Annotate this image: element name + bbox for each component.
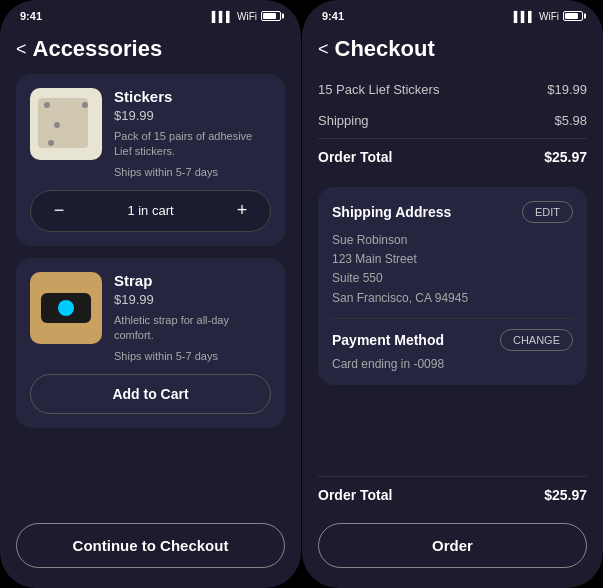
address-name: Sue Robinson: [332, 231, 573, 250]
edit-address-button[interactable]: EDIT: [522, 201, 573, 223]
checkout-title: Checkout: [335, 36, 435, 62]
accessories-content: Stickers $19.99 Pack of 15 pairs of adhe…: [0, 74, 301, 511]
shipping-address-title: Shipping Address: [332, 204, 451, 220]
qty-decrease-button[interactable]: −: [47, 199, 71, 223]
add-to-cart-button[interactable]: Add to Cart: [30, 374, 271, 414]
accessories-title: Accessories: [33, 36, 163, 62]
final-total-value: $25.97: [544, 487, 587, 503]
strap-description: Athletic strap for all-day comfort.: [114, 313, 271, 344]
strap-product-card: Strap $19.99 Athletic strap for all-day …: [16, 258, 285, 428]
payment-method-title: Payment Method: [332, 332, 444, 348]
change-payment-button[interactable]: CHANGE: [500, 329, 573, 351]
quantity-control: − 1 in cart +: [30, 190, 271, 232]
order-total-value: $25.97: [544, 149, 587, 165]
sticker-price: $19.99: [114, 108, 271, 123]
sticker-product-top: Stickers $19.99 Pack of 15 pairs of adhe…: [30, 88, 271, 178]
status-bar-right: 9:41 ▌▌▌ WiFi: [302, 0, 603, 28]
continue-to-checkout-button[interactable]: Continue to Checkout: [16, 523, 285, 568]
status-icons-left: ▌▌▌ WiFi: [212, 11, 281, 22]
strap-ships: Ships within 5-7 days: [114, 350, 271, 362]
signal-icon-right: ▌▌▌: [514, 11, 535, 22]
left-bottom-area: Continue to Checkout: [0, 511, 301, 588]
signal-icon: ▌▌▌: [212, 11, 233, 22]
checkout-bottom-area: Order Total $25.97 Order: [302, 468, 603, 588]
sticker-product-info: Stickers $19.99 Pack of 15 pairs of adhe…: [114, 88, 271, 178]
sticker-description: Pack of 15 pairs of adhesive Lief sticke…: [114, 129, 271, 160]
payment-section-header: Payment Method CHANGE: [332, 329, 573, 351]
qty-label: 1 in cart: [127, 203, 173, 218]
back-arrow-left[interactable]: <: [16, 39, 27, 60]
accessories-header: < Accessories: [0, 28, 301, 74]
left-phone: 9:41 ▌▌▌ WiFi < Accessories Stickers: [0, 0, 301, 588]
qty-increase-button[interactable]: +: [230, 199, 254, 223]
address-street: 123 Main Street: [332, 250, 573, 269]
address-suite: Suite 550: [332, 269, 573, 288]
back-arrow-right[interactable]: <: [318, 39, 329, 60]
order-total-label: Order Total: [318, 149, 392, 165]
shipping-label: Shipping: [318, 113, 369, 128]
address-city: San Francisco, CA 94945: [332, 289, 573, 308]
strap-product-info: Strap $19.99 Athletic strap for all-day …: [114, 272, 271, 362]
order-button[interactable]: Order: [318, 523, 587, 568]
battery-icon: [261, 11, 281, 21]
status-icons-right: ▌▌▌ WiFi: [514, 11, 583, 22]
right-phone: 9:41 ▌▌▌ WiFi < Checkout 15 Pack Lief St…: [302, 0, 603, 588]
sticker-name: Stickers: [114, 88, 271, 105]
final-total-label: Order Total: [318, 487, 392, 503]
shipping-section-header: Shipping Address EDIT: [332, 201, 573, 223]
sticker-product-card: Stickers $19.99 Pack of 15 pairs of adhe…: [16, 74, 285, 246]
wifi-icon-right: WiFi: [539, 11, 559, 22]
wifi-icon: WiFi: [237, 11, 257, 22]
shipping-payment-section: Shipping Address EDIT Sue Robinson 123 M…: [318, 187, 587, 385]
order-item-label: 15 Pack Lief Stickers: [318, 82, 439, 97]
status-time-right: 9:41: [322, 10, 344, 22]
strap-price: $19.99: [114, 292, 271, 307]
final-total-line: Order Total $25.97: [318, 476, 587, 513]
section-divider: [332, 318, 573, 319]
payment-card-text: Card ending in -0098: [332, 357, 573, 371]
checkout-content: 15 Pack Lief Stickers $19.99 Shipping $5…: [302, 74, 603, 468]
strap-product-top: Strap $19.99 Athletic strap for all-day …: [30, 272, 271, 362]
strap-product-image: [30, 272, 102, 344]
battery-icon-right: [563, 11, 583, 21]
order-total-line: Order Total $25.97: [318, 138, 587, 175]
checkout-header: < Checkout: [302, 28, 603, 74]
sticker-ships: Ships within 5-7 days: [114, 166, 271, 178]
sticker-product-image: [30, 88, 102, 160]
status-time-left: 9:41: [20, 10, 42, 22]
shipping-value: $5.98: [554, 113, 587, 128]
order-line-shipping: Shipping $5.98: [318, 105, 587, 136]
order-item-value: $19.99: [547, 82, 587, 97]
strap-name: Strap: [114, 272, 271, 289]
status-bar-left: 9:41 ▌▌▌ WiFi: [0, 0, 301, 28]
shipping-address-text: Sue Robinson 123 Main Street Suite 550 S…: [332, 231, 573, 308]
order-line-stickers: 15 Pack Lief Stickers $19.99: [318, 74, 587, 105]
